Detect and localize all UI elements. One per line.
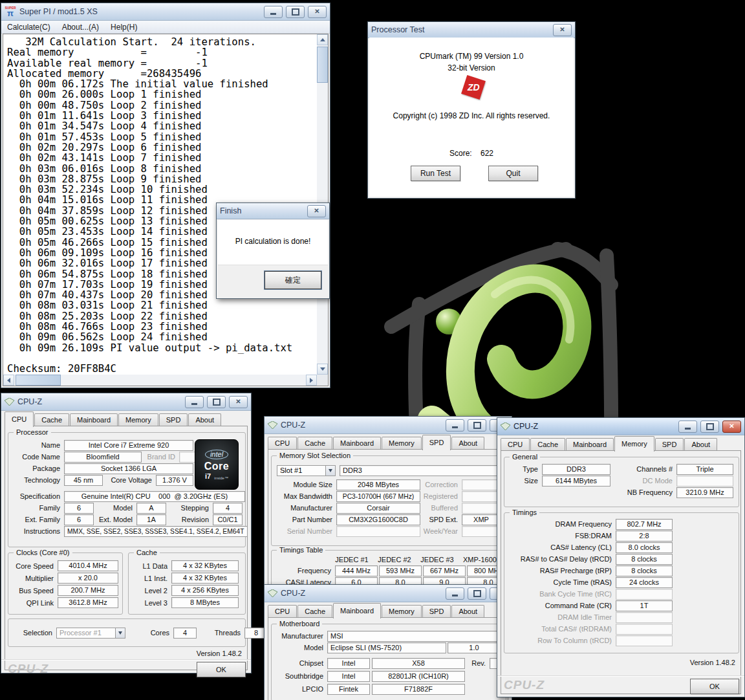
finish-message-area: PI calculation is done! <box>218 220 328 265</box>
cpuz-titlebar[interactable]: CPU-Z ✕ <box>265 417 512 434</box>
l1-data-label: L1 Data <box>134 562 171 570</box>
tab-spd[interactable]: SPD <box>159 413 188 426</box>
tab-cpu[interactable]: CPU <box>5 411 34 427</box>
tab-cpu[interactable]: CPU <box>501 438 530 451</box>
tab-memory[interactable]: Memory <box>118 413 158 426</box>
horizontal-scrollbar[interactable] <box>3 375 317 386</box>
minimize-button[interactable] <box>446 587 464 600</box>
tab-spd[interactable]: SPD <box>422 605 451 618</box>
tab-mainboard[interactable]: Mainboard <box>333 603 381 618</box>
core-speed-value: 4010.4 MHz <box>58 560 118 571</box>
buffered-label: Buffered <box>420 504 462 512</box>
tab-spd[interactable]: SPD <box>655 438 684 451</box>
ok-button[interactable]: 確定 <box>265 271 321 289</box>
tab-memory[interactable]: Memory <box>382 605 422 618</box>
scroll-down-button[interactable] <box>317 364 328 375</box>
cpuz-tab-strip: CPU Cache Mainboard Memory SPD About <box>501 435 741 451</box>
instructions-value: MMX, SSE, SSE2, SSE3, SSSE3, SSE4.1, SSE… <box>64 526 248 537</box>
tab-memory[interactable]: Memory <box>382 437 422 450</box>
maximize-button[interactable] <box>468 587 486 600</box>
scroll-up-button[interactable] <box>317 34 328 45</box>
tab-spd[interactable]: SPD <box>422 435 451 450</box>
cpuz-titlebar[interactable]: CPU-Z ✕ <box>1 393 251 411</box>
row-to-column-value <box>616 635 673 646</box>
close-button[interactable]: ✕ <box>229 396 248 408</box>
close-button[interactable]: ✕ <box>308 6 327 18</box>
specification-value: Genuine Intel(R) CPU 000 @ 3.20GHz (ES) <box>64 491 245 502</box>
l1-data-value: 4 x 32 KBytes <box>171 560 239 571</box>
close-button[interactable]: ✕ <box>722 421 741 433</box>
chipset-value: X58 <box>372 658 465 669</box>
tab-cache[interactable]: Cache <box>297 605 332 618</box>
tab-mainboard[interactable]: Mainboard <box>70 413 118 426</box>
clocks-group: Clocks (Core #0) Core Speed4010.4 MHz Mu… <box>8 552 123 615</box>
score-value: 622 <box>480 149 493 158</box>
minimize-button[interactable] <box>185 396 204 408</box>
cpuz-mainboard-window: CPU-Z ✕ CPU Cache Mainboard Memory SPD A… <box>264 584 512 700</box>
model-value: A <box>136 503 166 514</box>
dram-idle-label: DRAM Idle Timer <box>510 613 616 621</box>
slot-dropdown[interactable]: Slot #1 <box>277 465 336 476</box>
tab-about[interactable]: About <box>188 413 221 426</box>
col-xmp1600: XMP-1600 <box>459 556 501 563</box>
tab-cpu[interactable]: CPU <box>268 605 297 618</box>
maximize-button[interactable] <box>700 421 719 433</box>
tab-about[interactable]: About <box>451 605 484 618</box>
quit-button[interactable]: Quit <box>488 166 538 181</box>
motherboard-legend: Motherboard <box>277 620 322 628</box>
level2-value: 4 x 256 KBytes <box>171 585 239 596</box>
menu-calculate[interactable]: Calculate(C) <box>1 22 56 32</box>
col-jedec2: JEDEC #2 <box>374 556 415 563</box>
cpuz-tab-strip: CPU Cache Mainboard Memory SPD About <box>268 602 508 618</box>
run-test-button[interactable]: Run Test <box>411 166 460 181</box>
minimize-button[interactable] <box>678 421 697 433</box>
maximize-button[interactable] <box>468 419 486 432</box>
processor-test-titlebar[interactable]: Processor Test ✕ <box>368 22 575 38</box>
maximize-button[interactable] <box>286 6 305 18</box>
core-speed-label: Core Speed <box>14 562 58 570</box>
tab-cache[interactable]: Cache <box>530 438 565 451</box>
cpumark-copyright: Copyright (c) 1998 ZD Inc. All rights re… <box>369 111 574 120</box>
vertical-scroll-thumb[interactable] <box>317 47 328 83</box>
processor-group: Processor intel Core i7 inside™ NameInte… <box>8 432 246 547</box>
processor-selection-dropdown[interactable]: Processor #1 <box>56 628 125 639</box>
scroll-right-button[interactable] <box>306 375 317 386</box>
tab-mainboard[interactable]: Mainboard <box>333 437 381 450</box>
trc-value <box>616 589 673 600</box>
scroll-left-button[interactable] <box>3 375 14 386</box>
minimize-button[interactable] <box>446 419 464 432</box>
qpi-link-value: 3612.8 MHz <box>58 597 118 608</box>
tab-cpu[interactable]: CPU <box>268 437 297 450</box>
horizontal-scroll-thumb[interactable] <box>16 375 61 386</box>
part-number-label: Part Number <box>277 516 336 523</box>
superpi-titlebar[interactable]: SUPER π Super PI / mod1.5 XS ✕ <box>1 3 330 21</box>
tab-mainboard[interactable]: Mainboard <box>566 438 614 451</box>
tab-memory[interactable]: Memory <box>614 436 654 452</box>
dram-idle-value <box>616 612 673 623</box>
ok-button[interactable]: OK <box>197 662 246 677</box>
cpuz-titlebar[interactable]: CPU-Z ✕ <box>265 585 512 602</box>
ok-button[interactable]: OK <box>690 679 739 694</box>
lpcio-label: LPCIO <box>277 685 327 693</box>
instructions-label: Instructions <box>14 527 64 535</box>
cpuz-window-title: CPU-Z <box>513 422 675 431</box>
cache-legend: Cache <box>134 549 160 556</box>
superpi-app-icon: SUPER π <box>5 5 16 18</box>
finish-titlebar[interactable]: Finish ✕ <box>217 203 329 219</box>
mb-model-label: Model <box>277 644 327 651</box>
cpuz-icon <box>501 422 510 430</box>
tab-cache[interactable]: Cache <box>34 413 69 426</box>
cpumark-app-name: CPUmark (TM) 99 Version 1.0 <box>369 52 574 61</box>
menu-about[interactable]: About...(A) <box>56 22 105 32</box>
close-button[interactable]: ✕ <box>307 205 326 217</box>
tab-about[interactable]: About <box>451 437 484 450</box>
minimize-button[interactable] <box>264 6 283 18</box>
close-button[interactable]: ✕ <box>553 24 572 36</box>
cpuz-window-title: CPU-Z <box>281 421 442 430</box>
tab-about[interactable]: About <box>684 438 717 451</box>
maximize-button[interactable] <box>207 396 226 408</box>
tab-cache[interactable]: Cache <box>297 437 332 450</box>
cpuz-memory-window: CPU-Z ✕ CPU Cache Mainboard Memory SPD A… <box>497 417 745 697</box>
menu-help[interactable]: Help(H) <box>105 22 143 32</box>
cpuz-titlebar[interactable]: CPU-Z ✕ <box>497 418 744 435</box>
